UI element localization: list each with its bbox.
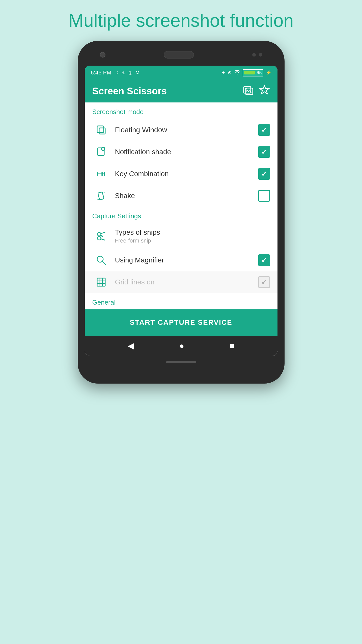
- battery-indicator: 95: [243, 69, 263, 76]
- row-text-floating-window: Floating Window: [115, 126, 258, 134]
- home-indicator: [166, 361, 196, 363]
- checkbox-using-magnifier[interactable]: ✓: [258, 254, 270, 266]
- row-title-notification-shade: Notification shade: [115, 148, 258, 156]
- svg-line-25: [102, 261, 106, 265]
- svg-rect-26: [97, 278, 105, 286]
- warning-icon: ⚠: [121, 70, 125, 75]
- star-icon[interactable]: [259, 85, 270, 98]
- list-item-using-magnifier[interactable]: Using Magnifier ✓: [85, 249, 277, 271]
- row-text-shake: Shake: [115, 192, 258, 200]
- phone-bottom: [85, 356, 277, 368]
- checkbox-notification-shade[interactable]: ✓: [258, 146, 270, 158]
- speaker: [164, 51, 194, 59]
- svg-rect-15: [98, 192, 104, 200]
- window-icon: [92, 124, 110, 136]
- start-capture-button[interactable]: START CAPTURE SERVICE: [85, 309, 277, 336]
- shake-icon: [92, 190, 110, 201]
- list-item-key-combination[interactable]: Key Combination ✓: [85, 163, 277, 185]
- list-item-floating-window[interactable]: Floating Window ✓: [85, 119, 277, 141]
- phone-device: 6:46 PM ☽ ⚠ ◎ M ✦ ⊗ 95: [78, 41, 285, 384]
- wifi-icon: [234, 70, 240, 76]
- svg-line-16: [97, 199, 99, 200]
- page-title: Multiple screenshot function: [0, 10, 362, 31]
- svg-rect-5: [99, 128, 105, 134]
- svg-point-18: [97, 236, 101, 240]
- row-title-grid-lines: Grid lines on: [115, 278, 258, 286]
- row-text-grid-lines: Grid lines on: [115, 278, 258, 286]
- list-item-types-of-snips[interactable]: Types of snips Free-form snip: [85, 223, 277, 249]
- checkbox-grid-lines: ✓: [258, 276, 270, 288]
- status-right: ✦ ⊗ 95 ⚡: [221, 69, 271, 76]
- svg-point-19: [97, 232, 101, 236]
- row-text-using-magnifier: Using Magnifier: [115, 256, 258, 264]
- phone-hardware-top: [85, 48, 277, 61]
- row-title-floating-window: Floating Window: [115, 126, 258, 134]
- row-subtitle-types-of-snips: Free-form snip: [115, 237, 270, 244]
- svg-marker-3: [260, 86, 269, 94]
- row-title-key-combination: Key Combination: [115, 170, 258, 178]
- svg-point-2: [245, 88, 247, 90]
- list-item-shake[interactable]: Shake ✓: [85, 185, 277, 207]
- location-icon: ◎: [128, 70, 132, 75]
- key-icon: [92, 168, 110, 179]
- section-screenshot-mode: Screenshot mode: [85, 102, 277, 119]
- recent-button[interactable]: ■: [230, 341, 234, 351]
- battery-level: 95: [257, 70, 262, 75]
- svg-line-17: [104, 192, 105, 192]
- front-camera: [100, 52, 105, 58]
- list-item-grid-lines: Grid lines on ✓: [85, 271, 277, 293]
- bluetooth-icon: ✦: [221, 70, 225, 75]
- toolbar-icons: [243, 85, 270, 98]
- home-button[interactable]: ●: [179, 341, 184, 351]
- blocked-icon: ⊗: [228, 70, 232, 75]
- row-title-types-of-snips: Types of snips: [115, 228, 270, 236]
- row-text-key-combination: Key Combination: [115, 170, 258, 178]
- checkbox-key-combination[interactable]: ✓: [258, 168, 270, 180]
- mail-icon: M: [135, 70, 139, 75]
- row-text-types-of-snips: Types of snips Free-form snip: [115, 228, 270, 244]
- content-area: Screenshot mode Floating Window ✓: [85, 102, 277, 336]
- app-toolbar: Screen Scissors: [85, 80, 277, 102]
- row-title-shake: Shake: [115, 192, 258, 200]
- section-general: General: [85, 293, 277, 309]
- gallery-icon[interactable]: [243, 85, 254, 98]
- light-sensor: [252, 53, 262, 57]
- svg-line-23: [101, 236, 103, 237]
- list-item-notification-shade[interactable]: Notification shade ✓: [85, 141, 277, 163]
- checkbox-shake[interactable]: ✓: [258, 190, 270, 202]
- notification-icon: [92, 146, 110, 157]
- moon-icon: ☽: [114, 70, 118, 75]
- app-title: Screen Scissors: [92, 86, 167, 97]
- flash-icon: ⚡: [266, 70, 271, 75]
- back-button[interactable]: ◀: [128, 341, 134, 351]
- svg-line-21: [101, 239, 105, 240]
- scissors-icon: [92, 231, 110, 242]
- svg-line-20: [101, 232, 105, 234]
- svg-line-22: [101, 235, 103, 236]
- phone-screen: 6:46 PM ☽ ⚠ ◎ M ✦ ⊗ 95: [85, 66, 277, 356]
- row-text-notification-shade: Notification shade: [115, 148, 258, 156]
- magnifier-icon: [92, 255, 110, 266]
- row-title-using-magnifier: Using Magnifier: [115, 256, 258, 264]
- status-left: 6:46 PM ☽ ⚠ ◎ M: [91, 69, 140, 76]
- status-time: 6:46 PM: [91, 69, 112, 76]
- svg-rect-4: [97, 126, 104, 132]
- grid-icon: [92, 277, 110, 288]
- svg-point-8: [102, 148, 104, 150]
- checkbox-floating-window[interactable]: ✓: [258, 124, 270, 136]
- status-bar: 6:46 PM ☽ ⚠ ◎ M ✦ ⊗ 95: [85, 66, 277, 80]
- nav-bar: ◀ ● ■: [85, 336, 277, 356]
- section-capture-settings: Capture Settings: [85, 207, 277, 223]
